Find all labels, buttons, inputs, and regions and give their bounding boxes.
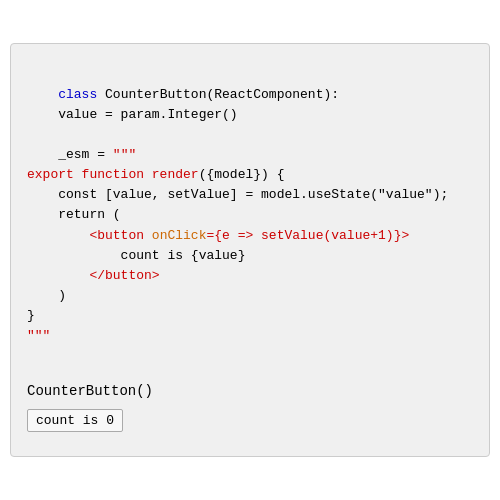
code-line-12: }: [27, 308, 35, 323]
code-line-11: ): [27, 288, 66, 303]
code-line-1: class CounterButton(ReactComponent):: [58, 87, 339, 102]
code-line-4: _esm = """: [27, 147, 136, 162]
code-line-13: """: [27, 328, 50, 343]
code-line-5: export function render({model}) {: [27, 167, 284, 182]
code-line-9: count is {value}: [27, 248, 245, 263]
main-container: class CounterButton(ReactComponent): val…: [10, 43, 490, 456]
code-line-7: return (: [27, 207, 121, 222]
code-line-6: const [value, setValue] = model.useState…: [27, 187, 448, 202]
code-line-10: </button>: [27, 268, 160, 283]
code-block: class CounterButton(ReactComponent): val…: [27, 64, 473, 366]
code-line-blank: [27, 127, 35, 142]
count-is-button[interactable]: count is 0: [27, 409, 123, 432]
code-line-8: <button onClick={e => setValue(value+1)}…: [27, 228, 409, 243]
output-label: CounterButton(): [27, 383, 473, 399]
code-line-2: value = param.Integer(): [27, 107, 238, 122]
